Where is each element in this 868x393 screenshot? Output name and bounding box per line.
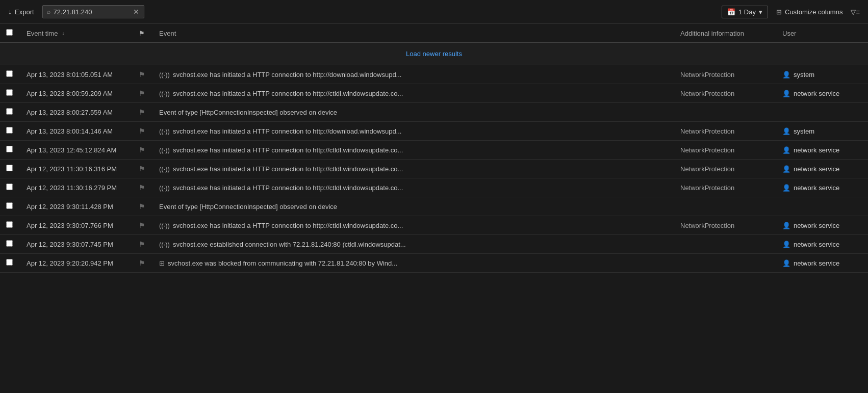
row-checkbox-3[interactable] [0, 122, 20, 141]
additional-info-cell [674, 103, 776, 122]
checkbox-3[interactable] [6, 127, 13, 134]
additional-info-cell: NetworkProtection [674, 141, 776, 160]
additional-info-cell [674, 197, 776, 216]
export-button[interactable]: ↓ Export [8, 8, 34, 16]
flag-cell[interactable]: ⚑ [133, 216, 153, 235]
user-cell: 👤system [776, 122, 868, 141]
flag-icon[interactable]: ⚑ [139, 127, 145, 135]
flag-cell[interactable]: ⚑ [133, 141, 153, 160]
load-newer-row: Load newer results [0, 43, 868, 65]
row-checkbox-7[interactable] [0, 197, 20, 216]
th-event-time[interactable]: Event time ↓ [20, 24, 133, 43]
th-select-all[interactable] [0, 24, 20, 43]
flag-cell[interactable]: ⚑ [133, 235, 153, 254]
flag-cell[interactable]: ⚑ [133, 160, 153, 178]
day-selector[interactable]: 📅 1 Day ▾ [722, 6, 768, 18]
flag-cell[interactable]: ⚑ [133, 84, 153, 103]
event-timestamp: Apr 13, 2023 8:01:05.051 AM [20, 65, 133, 84]
th-event: Event [153, 24, 674, 43]
event-timestamp: Apr 12, 2023 9:20:20.942 PM [20, 254, 133, 273]
flag-icon[interactable]: ⚑ [139, 259, 145, 267]
customize-columns-button[interactable]: ⊞ Customize columns [776, 8, 843, 16]
event-cell: ((·))svchost.exe has initiated a HTTP co… [153, 178, 674, 197]
table-row: Apr 13, 2023 8:01:05.051 AM⚑((·))svchost… [0, 65, 868, 84]
flag-cell[interactable]: ⚑ [133, 254, 153, 273]
row-checkbox-9[interactable] [0, 235, 20, 254]
checkbox-4[interactable] [6, 146, 13, 152]
search-input[interactable] [54, 8, 130, 16]
checkbox-0[interactable] [6, 70, 13, 77]
clear-icon[interactable]: ✕ [133, 8, 139, 16]
row-checkbox-4[interactable] [0, 141, 20, 160]
user-name: network service [794, 222, 839, 229]
table-row: Apr 12, 2023 9:30:11.428 PM⚑Event of typ… [0, 197, 868, 216]
flag-cell[interactable]: ⚑ [133, 197, 153, 216]
flag-icon[interactable]: ⚑ [139, 184, 145, 192]
event-text: svchost.exe was blocked from communicati… [168, 259, 397, 267]
user-icon: 👤 [782, 146, 790, 154]
row-checkbox-10[interactable] [0, 254, 20, 273]
event-text: svchost.exe has initiated a HTTP connect… [173, 222, 403, 229]
checkbox-6[interactable] [6, 184, 13, 190]
user-name: system [794, 71, 814, 78]
flag-icon[interactable]: ⚑ [139, 89, 145, 97]
checkbox-7[interactable] [6, 202, 13, 209]
export-icon: ↓ [8, 8, 12, 16]
event-text: svchost.exe has initiated a HTTP connect… [173, 184, 403, 192]
flag-cell[interactable]: ⚑ [133, 122, 153, 141]
checkbox-5[interactable] [6, 165, 13, 171]
event-cell: ((·))svchost.exe has initiated a HTTP co… [153, 141, 674, 160]
flag-cell[interactable]: ⚑ [133, 178, 153, 197]
table-row: Apr 12, 2023 9:30:07.745 PM⚑((·))svchost… [0, 235, 868, 254]
user-cell: 👤system [776, 65, 868, 84]
row-checkbox-1[interactable] [0, 84, 20, 103]
event-text: svchost.exe has initiated a HTTP connect… [173, 127, 402, 135]
flag-header-icon: ⚑ [139, 30, 145, 37]
flag-icon[interactable]: ⚑ [139, 70, 145, 78]
table-row: Apr 13, 2023 12:45:12.824 AM⚑((·))svchos… [0, 141, 868, 160]
network-icon: ((·)) [159, 165, 170, 173]
network-icon: ((·)) [159, 90, 170, 97]
flag-icon[interactable]: ⚑ [139, 108, 145, 116]
user-name: system [794, 127, 814, 135]
checkbox-1[interactable] [6, 89, 13, 96]
user-icon: 👤 [782, 90, 790, 97]
user-icon: 👤 [782, 165, 790, 173]
flag-icon[interactable]: ⚑ [139, 221, 145, 229]
event-timestamp: Apr 12, 2023 9:30:07.766 PM [20, 216, 133, 235]
checkbox-8[interactable] [6, 221, 13, 228]
th-additional-info: Additional information [674, 24, 776, 43]
filter-button[interactable]: ▽≡ [851, 8, 860, 16]
user-cell: 👤network service [776, 254, 868, 273]
flag-cell[interactable]: ⚑ [133, 65, 153, 84]
flag-icon[interactable]: ⚑ [139, 165, 145, 173]
checkbox-10[interactable] [6, 259, 13, 266]
event-cell: Event of type [HttpConnectionInspected] … [153, 103, 674, 122]
flag-icon[interactable]: ⚑ [139, 240, 145, 248]
load-newer-cell: Load newer results [0, 43, 868, 65]
checkbox-9[interactable] [6, 240, 13, 247]
row-checkbox-8[interactable] [0, 216, 20, 235]
table-row: Apr 12, 2023 11:30:16.316 PM⚑((·))svchos… [0, 160, 868, 178]
flag-icon[interactable]: ⚑ [139, 146, 145, 154]
event-cell: ((·))svchost.exe has initiated a HTTP co… [153, 65, 674, 84]
row-checkbox-0[interactable] [0, 65, 20, 84]
flag-cell[interactable]: ⚑ [133, 103, 153, 122]
user-name: network service [794, 241, 839, 248]
row-checkbox-5[interactable] [0, 160, 20, 178]
table-row: Apr 12, 2023 9:30:07.766 PM⚑((·))svchost… [0, 216, 868, 235]
select-all-checkbox[interactable] [6, 29, 13, 36]
row-checkbox-6[interactable] [0, 178, 20, 197]
flag-icon[interactable]: ⚑ [139, 202, 145, 211]
event-text: svchost.exe has initiated a HTTP connect… [173, 146, 403, 154]
row-checkbox-2[interactable] [0, 103, 20, 122]
load-newer-link[interactable]: Load newer results [406, 50, 462, 58]
event-text: Event of type [HttpConnectionInspected] … [159, 109, 337, 116]
event-text: svchost.exe has initiated a HTTP connect… [173, 165, 403, 173]
user-icon: 👤 [782, 241, 790, 248]
th-user: User [776, 24, 868, 43]
checkbox-2[interactable] [6, 108, 13, 115]
customize-label: Customize columns [785, 8, 843, 16]
table-header-row: Event time ↓ ⚑ Event Additional informat… [0, 24, 868, 43]
additional-info-cell: NetworkProtection [674, 216, 776, 235]
